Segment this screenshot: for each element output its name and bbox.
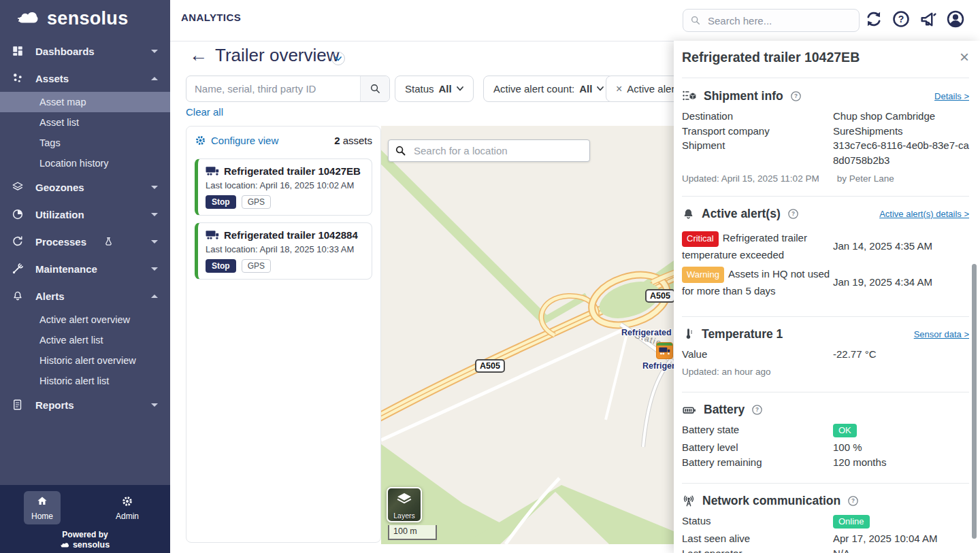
chevron-down-icon — [151, 267, 158, 271]
sidebar-item-reports[interactable]: Reports — [0, 391, 170, 418]
shipment-details-link[interactable]: Details > — [934, 91, 969, 101]
field-value: SureShipments — [833, 124, 969, 139]
asset-filter-search[interactable] — [186, 76, 390, 102]
brand-logo[interactable]: sensolus — [0, 0, 170, 33]
view-selector-chevron[interactable] — [331, 52, 345, 65]
brand-name: sensolus — [47, 8, 128, 29]
asset-card[interactable]: Refrigerated trailer 1042884 Last locati… — [195, 222, 372, 280]
field-value: Online — [833, 514, 969, 529]
refresh-icon[interactable] — [864, 10, 885, 30]
map-marker-label: Refrigera — [642, 361, 674, 371]
field-label: Shipment — [682, 138, 833, 167]
field-label: Value — [682, 347, 833, 362]
svg-text:?: ? — [851, 499, 855, 505]
sidebar-item-processes[interactable]: Processes — [0, 228, 170, 255]
help-icon[interactable]: ? — [787, 208, 799, 220]
layers-button[interactable]: Layers — [387, 487, 422, 522]
sidebar-item-location-history[interactable]: Location history — [0, 153, 170, 173]
sidebar-item-asset-map[interactable]: Asset map — [0, 92, 170, 112]
gear-icon — [121, 495, 133, 507]
map-location-search-input[interactable] — [412, 144, 583, 157]
configure-view-link[interactable]: Configure view — [195, 135, 278, 146]
network-status-badge: Online — [833, 515, 870, 529]
close-icon[interactable]: × — [960, 49, 969, 65]
trailer-icon — [206, 166, 219, 176]
panel-scrollbar[interactable] — [972, 264, 977, 539]
sidebar-item-active-alert-list[interactable]: Active alert list — [0, 330, 170, 350]
field-value: 100 % — [833, 440, 969, 455]
asset-filter-search-input[interactable] — [186, 76, 360, 101]
field-value: -22.77 °C — [833, 347, 969, 362]
asset-count: 2 assets — [334, 135, 372, 146]
admin-button[interactable]: Admin — [109, 491, 146, 524]
sidebar-item-tags[interactable]: Tags — [0, 133, 170, 153]
status-filter-chip[interactable]: Status All — [395, 76, 474, 102]
announcements-megaphone-icon[interactable] — [919, 10, 939, 30]
alert-count-filter-chip[interactable]: Active alert count: All — [483, 76, 614, 102]
last-location-label: Last location: — [206, 180, 258, 190]
sensor-data-link[interactable]: Sensor data > — [914, 329, 969, 339]
help-icon[interactable]: ? — [892, 10, 912, 30]
svg-text:?: ? — [794, 93, 798, 99]
clear-all-link[interactable]: Clear all — [186, 106, 223, 118]
powered-by-text: Powered by — [62, 530, 108, 539]
assets-dots-icon — [12, 71, 25, 85]
field-label: Transport company — [682, 124, 833, 139]
chevron-down-icon — [335, 56, 342, 61]
close-icon[interactable]: × — [616, 83, 622, 95]
page-title: Trailer overview — [215, 45, 340, 66]
chevron-down-icon — [151, 403, 158, 407]
sidebar-item-geozones[interactable]: Geozones — [0, 173, 170, 201]
admin-label: Admin — [109, 512, 146, 521]
chevron-up-icon — [151, 295, 158, 298]
map-location-search[interactable] — [388, 139, 590, 162]
marker-roof — [657, 343, 672, 346]
reports-document-icon — [12, 398, 25, 412]
home-icon — [36, 495, 48, 507]
asset-map-marker[interactable] — [656, 342, 673, 359]
search-button[interactable] — [360, 76, 389, 101]
sensolus-cloud-icon — [18, 9, 41, 29]
sidebar-item-alerts[interactable]: Alerts — [0, 282, 170, 309]
sidebar-item-utilization[interactable]: Utilization — [0, 201, 170, 228]
field-label: Battery level — [682, 440, 833, 455]
severity-badge-critical: Critical — [682, 231, 719, 247]
help-icon[interactable]: ? — [847, 495, 859, 507]
home-button[interactable]: Home — [24, 491, 61, 524]
sidebar: sensolus Dashboards Assets Asset map Ass… — [0, 0, 170, 553]
svg-text:?: ? — [755, 407, 759, 414]
alert-date: Jan 19, 2025 4:34 AM — [833, 276, 969, 288]
configure-view-label: Configure view — [211, 135, 278, 146]
reports-label: Reports — [35, 399, 74, 411]
help-icon[interactable]: ? — [790, 90, 802, 102]
chevron-down-icon — [151, 240, 158, 244]
back-button[interactable]: ← — [189, 45, 208, 66]
field-value: Apr 17, 2025 10:04 AM — [833, 531, 969, 546]
severity-badge-warning: Warning — [682, 267, 724, 282]
help-icon[interactable]: ? — [751, 404, 763, 416]
asset-detail-panel: Refrigerated trailer 10427EB × Shipment … — [674, 41, 980, 553]
battery-icon — [682, 403, 697, 417]
global-search-input[interactable] — [706, 14, 825, 27]
active-alerts-details-link[interactable]: Active alert(s) details > — [879, 209, 969, 219]
dashboards-grid-icon — [12, 44, 25, 58]
sidebar-item-historic-alert-list[interactable]: Historic alert list — [0, 371, 170, 391]
asset-card[interactable]: Refrigerated trailer 10427EB Last locati… — [195, 158, 372, 216]
map[interactable]: A505 A505 Station Refrigerated tra Refri… — [381, 126, 674, 544]
sidebar-item-dashboards[interactable]: Dashboards — [0, 37, 170, 65]
status-badge-stop: Stop — [206, 195, 236, 209]
temperature-updated: Updated: an hour ago — [682, 367, 969, 377]
search-icon — [395, 145, 406, 156]
user-avatar-icon[interactable] — [946, 10, 966, 30]
alert-text: CriticalRefrigerated trailer temperature… — [682, 230, 833, 263]
sidebar-item-historic-alert-overview[interactable]: Historic alert overview — [0, 350, 170, 371]
sidebar-item-maintenance[interactable]: Maintenance — [0, 255, 170, 282]
shipment-info-title: Shipment info — [704, 89, 783, 103]
sidebar-item-asset-list[interactable]: Asset list — [0, 112, 170, 133]
sidebar-item-assets[interactable]: Assets — [0, 65, 170, 92]
temperature-title: Temperature 1 — [702, 327, 783, 341]
maintenance-label: Maintenance — [35, 263, 97, 275]
global-search[interactable] — [683, 9, 860, 32]
map-scale: 100 m — [388, 525, 437, 540]
sidebar-item-active-alert-overview[interactable]: Active alert overview — [0, 309, 170, 330]
